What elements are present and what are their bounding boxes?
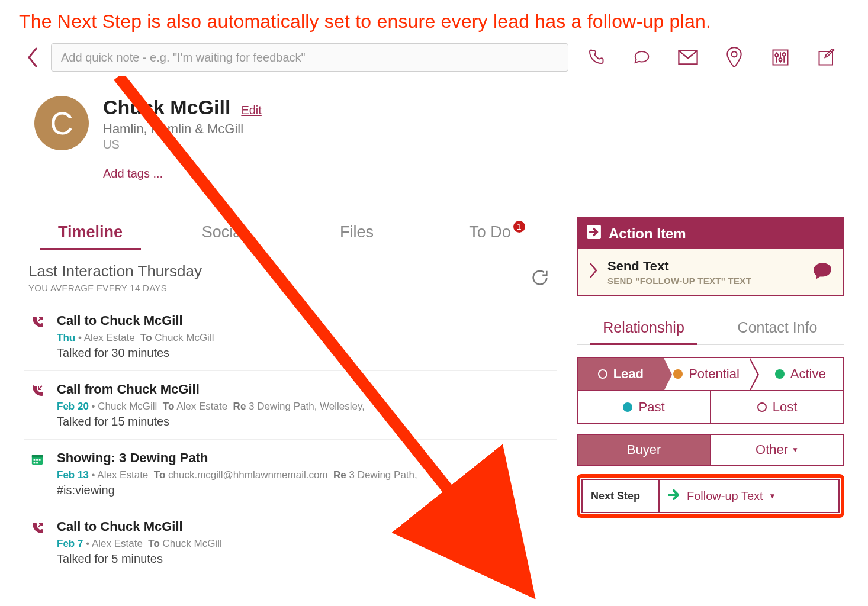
svg-point-4: [779, 58, 782, 61]
contact-company: Hamlin, Hamlin & McGill: [103, 119, 262, 137]
status-lost[interactable]: Lost: [711, 391, 843, 423]
role-other[interactable]: Other ▼: [710, 435, 843, 465]
arrow-right-icon: [586, 224, 602, 243]
email-icon[interactable]: [677, 47, 699, 68]
action-title: Send Text: [607, 259, 803, 274]
svg-rect-11: [39, 459, 41, 461]
chat-icon[interactable]: [631, 47, 652, 68]
timeline-list: Call to Chuck McGill Thu • Alex Estate T…: [24, 296, 557, 576]
svg-point-3: [775, 54, 778, 57]
refresh-icon[interactable]: [528, 266, 552, 289]
contact-country: US: [103, 137, 262, 152]
call-out-icon: [28, 313, 46, 360]
next-step-select[interactable]: Follow-up Text ▼: [660, 480, 838, 512]
tab-timeline[interactable]: Timeline: [24, 217, 157, 250]
todo-badge: 1: [513, 221, 525, 233]
avatar: C: [34, 96, 89, 150]
caret-down-icon: ▼: [792, 446, 799, 454]
phone-icon[interactable]: [585, 47, 606, 68]
timeline-item[interactable]: Showing: 3 Dewing Path Feb 13 • Alex Est…: [24, 439, 557, 508]
tab-todo[interactable]: To Do1: [423, 217, 557, 250]
main-tabs: Timeline Social Files To Do1: [24, 217, 557, 250]
arrow-right-icon: [668, 489, 681, 503]
chevron-right-icon: [589, 262, 598, 283]
quick-note-input[interactable]: [51, 43, 568, 72]
location-icon[interactable]: [724, 47, 745, 68]
timeline-detail: Talked for 30 minutes: [57, 346, 552, 360]
contact-header: C Chuck McGill Edit Hamlin, Hamlin & McG…: [24, 79, 844, 186]
action-item-header: Action Item: [609, 225, 686, 242]
timeline-detail: Talked for 5 minutes: [57, 552, 552, 566]
calendar-icon: [28, 450, 46, 497]
status-lead[interactable]: Lead: [578, 358, 664, 390]
status-active[interactable]: Active: [749, 358, 843, 390]
contact-name: Chuck McGill: [103, 96, 230, 119]
back-icon[interactable]: [24, 46, 41, 69]
next-step-label: Next Step: [583, 480, 660, 512]
call-in-icon: [28, 382, 46, 428]
timeline-detail: Talked for 15 minutes: [57, 415, 552, 428]
settings-icon[interactable]: [770, 47, 791, 68]
annotation-text: The Next Step is also automatically set …: [0, 0, 868, 38]
timeline-title: Call from Chuck McGill: [57, 382, 552, 397]
subtab-contact-info[interactable]: Contact Info: [711, 313, 844, 344]
right-subtabs: Relationship Contact Info: [577, 313, 844, 345]
svg-rect-8: [32, 455, 43, 458]
status-stage-row: Lead Potential Active: [577, 357, 844, 391]
timeline-detail: #is:viewing: [57, 483, 552, 497]
top-bar: [24, 38, 844, 79]
svg-point-5: [783, 53, 786, 56]
last-interaction-sub: YOU AVERAGE EVERY 14 DAYS: [28, 281, 202, 293]
timeline-title: Showing: 3 Dewing Path: [57, 450, 552, 466]
svg-rect-9: [34, 459, 36, 461]
status-potential[interactable]: Potential: [664, 358, 750, 390]
svg-rect-12: [34, 462, 36, 464]
caret-down-icon: ▼: [769, 492, 776, 500]
role-row: Buyer Other ▼: [577, 434, 844, 466]
action-sub: SEND "FOLLOW-UP TEXT" TEXT: [607, 274, 803, 286]
role-buyer[interactable]: Buyer: [578, 435, 710, 465]
tab-social[interactable]: Social: [157, 217, 290, 250]
call-out-icon: [28, 519, 46, 566]
status-past[interactable]: Past: [578, 391, 711, 423]
svg-rect-13: [36, 462, 38, 464]
chat-bubble-icon: [812, 262, 832, 282]
add-tags-link[interactable]: Add tags ...: [103, 152, 262, 180]
last-interaction-title: Last Interaction Thursday: [28, 262, 202, 281]
timeline-item[interactable]: Call from Chuck McGill Feb 20 • Chuck Mc…: [24, 370, 557, 439]
next-step-highlight: Next Step Follow-up Text ▼: [577, 474, 844, 518]
timeline-item[interactable]: Call to Chuck McGill Thu • Alex Estate T…: [24, 302, 557, 370]
edit-link[interactable]: Edit: [241, 104, 261, 117]
svg-rect-10: [36, 459, 38, 461]
timeline-title: Call to Chuck McGill: [57, 313, 552, 328]
timeline-item[interactable]: Call to Chuck McGill Feb 7 • Alex Estate…: [24, 508, 557, 576]
action-item[interactable]: Send Text SEND "FOLLOW-UP TEXT" TEXT: [578, 249, 843, 295]
subtab-relationship[interactable]: Relationship: [577, 313, 711, 344]
action-item-panel: Action Item Send Text SEND "FOLLOW-UP TE…: [577, 217, 844, 296]
edit-icon[interactable]: [816, 47, 837, 68]
timeline-title: Call to Chuck McGill: [57, 519, 552, 534]
svg-point-1: [731, 51, 737, 57]
tab-files[interactable]: Files: [290, 217, 423, 250]
